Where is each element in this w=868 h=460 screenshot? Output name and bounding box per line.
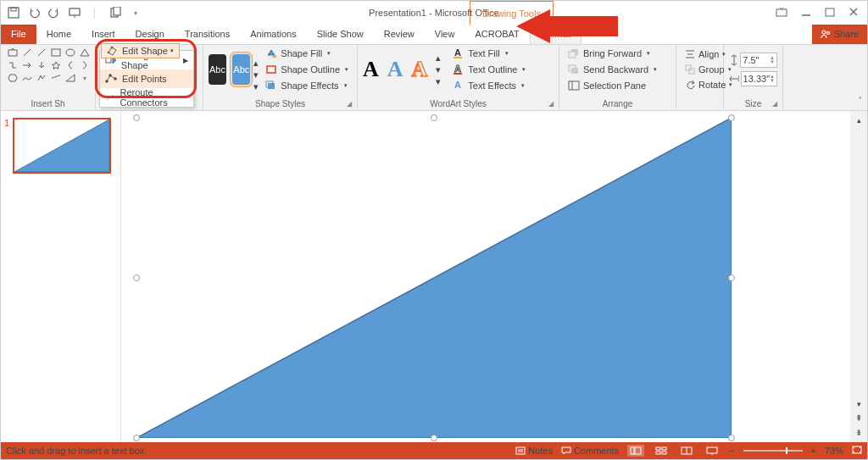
shape-outline-button[interactable]: Shape Outline▾ — [262, 62, 352, 77]
zoom-level[interactable]: 73% — [825, 446, 843, 456]
text-outline-label: Text Outline — [468, 64, 517, 75]
text-fill-button[interactable]: AText Fill▾ — [449, 46, 529, 61]
close-icon[interactable] — [849, 7, 859, 19]
next-slide-icon[interactable]: ⇟ — [855, 428, 862, 437]
rotate-button[interactable]: Rotate▾ — [682, 78, 718, 92]
selected-shape-triangle[interactable] — [136, 118, 732, 438]
new-slide-icon[interactable] — [108, 5, 123, 20]
tab-file[interactable]: File — [1, 24, 36, 44]
text-outline-button[interactable]: AText Outline▾ — [449, 62, 529, 77]
svg-rect-5 — [776, 9, 787, 16]
tab-acrobat[interactable]: ACROBAT — [465, 24, 529, 44]
width-input[interactable]: 13.33"▲▼ — [741, 71, 777, 86]
selection-pane-button[interactable]: Selection Pane — [565, 78, 660, 93]
shape-elbow-icon[interactable] — [6, 59, 19, 71]
start-slideshow-icon[interactable] — [67, 5, 82, 20]
shape-connector-icon[interactable] — [49, 72, 63, 84]
wordart-preset-2[interactable]: A — [387, 57, 403, 82]
shape-fill-button[interactable]: Shape Fill▾ — [262, 46, 352, 61]
zoom-slider[interactable] — [743, 450, 803, 452]
menu-edit-points[interactable]: Edit Points — [100, 69, 193, 88]
normal-view-icon[interactable] — [627, 445, 644, 457]
shape-brace-icon[interactable] — [64, 59, 77, 71]
shape-arrow-icon[interactable] — [20, 59, 34, 71]
save-icon[interactable] — [6, 5, 21, 20]
resize-handle-l[interactable] — [133, 274, 140, 281]
resize-handle-bl[interactable] — [133, 435, 140, 441]
zoom-in-icon[interactable]: + — [811, 446, 816, 456]
size-launcher-icon[interactable]: ◢ — [772, 100, 781, 108]
shape-curve-icon[interactable] — [20, 72, 34, 84]
zoom-out-icon[interactable]: − — [729, 446, 734, 456]
group-button[interactable]: Group▾ — [682, 62, 718, 76]
scroll-up-icon[interactable]: ▴ — [857, 116, 861, 125]
svg-rect-28 — [569, 81, 579, 90]
gallery-more-icon[interactable]: ▾ — [78, 72, 92, 84]
sorter-view-icon[interactable] — [653, 445, 670, 457]
redo-icon[interactable] — [47, 5, 62, 20]
tab-review[interactable]: Review — [374, 24, 425, 44]
shape-oval-icon[interactable] — [64, 47, 77, 58]
style-preset-blue[interactable]: Abc — [232, 54, 250, 85]
slide-thumbnail-panel[interactable]: 1 — [1, 111, 121, 442]
edit-shape-button[interactable]: Edit Shape ▾ — [101, 43, 180, 58]
tab-transitions[interactable]: Transitions — [175, 24, 240, 44]
fit-window-icon[interactable] — [852, 446, 862, 456]
share-button[interactable]: Share — [812, 24, 867, 44]
style-preset-dark[interactable]: Abc — [209, 54, 226, 85]
tab-home[interactable]: Home — [36, 24, 81, 44]
text-effects-button[interactable]: AText Effects▾ — [449, 78, 529, 93]
height-input[interactable]: 7.5"▲▼ — [740, 53, 777, 68]
shapes-gallery[interactable]: ▾ — [6, 47, 90, 84]
shape-styles-launcher-icon[interactable]: ◢ — [347, 100, 355, 108]
vertical-scrollbar[interactable]: ▴ ▾ ⇞ ⇟ — [850, 111, 867, 442]
tab-design[interactable]: Design — [125, 24, 175, 44]
undo-icon[interactable] — [26, 5, 42, 20]
notes-button[interactable]: Notes — [515, 446, 553, 456]
slide-canvas[interactable] — [121, 111, 850, 442]
resize-handle-tr[interactable] — [728, 114, 735, 121]
comments-button[interactable]: Comments — [561, 446, 619, 456]
resize-handle-b[interactable] — [431, 435, 437, 441]
wordart-preset-3[interactable]: A — [412, 57, 428, 82]
shape-brace2-icon[interactable] — [78, 59, 92, 71]
selection-pane-label: Selection Pane — [583, 80, 646, 91]
bring-forward-button[interactable]: Bring Forward▾ — [565, 46, 660, 61]
wordart-launcher-icon[interactable]: ◢ — [548, 100, 557, 108]
tab-animations[interactable]: Animations — [240, 24, 306, 44]
tab-insert[interactable]: Insert — [81, 24, 125, 44]
shape-line2-icon[interactable] — [35, 47, 48, 58]
slideshow-view-icon[interactable] — [704, 445, 721, 457]
minimize-icon[interactable] — [801, 7, 811, 19]
resize-handle-tl[interactable] — [133, 114, 140, 121]
tab-slideshow[interactable]: Slide Show — [307, 24, 374, 44]
send-backward-button[interactable]: Send Backward▾ — [565, 62, 660, 77]
wordart-preset-1[interactable]: A — [363, 57, 379, 82]
contextual-tab-drawing-tools[interactable]: Drawing Tools — [470, 1, 554, 25]
shape-freeform-icon[interactable] — [35, 72, 48, 84]
shape-effects-button[interactable]: Shape Effects▾ — [262, 78, 352, 93]
shape-triangle-icon[interactable] — [78, 47, 92, 58]
slide-thumbnail-1[interactable]: 1 — [4, 118, 117, 174]
shape-line-icon[interactable] — [20, 47, 34, 58]
scroll-down-icon[interactable]: ▾ — [857, 400, 861, 408]
prev-slide-icon[interactable]: ⇞ — [855, 413, 862, 423]
tab-format[interactable]: Format — [530, 24, 581, 44]
shape-rect-icon[interactable] — [49, 47, 63, 58]
shape-rtriangle-icon[interactable] — [64, 72, 77, 84]
shape-down-icon[interactable] — [35, 59, 48, 71]
qat-more-icon[interactable]: ▾ — [128, 5, 143, 20]
maximize-icon[interactable] — [825, 7, 835, 19]
resize-handle-r[interactable] — [728, 274, 735, 281]
ribbon-options-icon[interactable] — [776, 7, 787, 19]
shape-hex-icon[interactable] — [6, 72, 19, 84]
resize-handle-t[interactable] — [431, 114, 437, 121]
shape-textbox-icon[interactable] — [6, 47, 19, 58]
tab-view[interactable]: View — [425, 24, 465, 44]
reading-view-icon[interactable] — [678, 445, 695, 457]
align-button[interactable]: Align▾ — [682, 47, 718, 61]
collapse-ribbon-icon[interactable]: ˄ — [854, 96, 867, 107]
resize-handle-br[interactable] — [728, 435, 735, 441]
thumbnail-preview[interactable] — [13, 118, 111, 174]
shape-star-icon[interactable] — [49, 59, 63, 71]
